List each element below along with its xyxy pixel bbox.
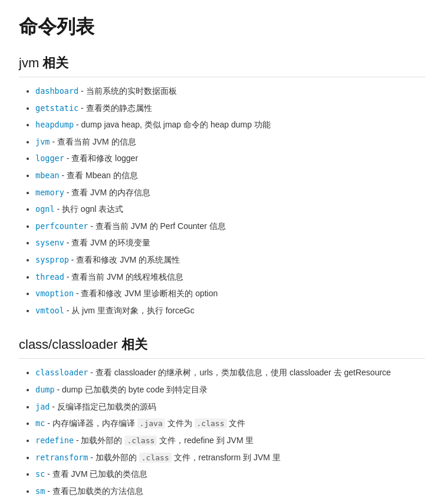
command-separator: - xyxy=(78,86,85,96)
command-separator: - xyxy=(50,402,57,411)
command-separator: - xyxy=(60,171,67,180)
list-item: logger - 查看和修改 logger xyxy=(35,152,425,165)
command-link-ognl[interactable]: ognl xyxy=(35,204,55,214)
list-item: vmoption - 查看和修改 JVM 里诊断相关的 option xyxy=(35,287,425,300)
command-link-getstatic[interactable]: getstatic xyxy=(35,103,78,113)
command-list-class-classloader: classloader - 查看 classloader 的继承树，urls，类… xyxy=(19,366,425,498)
command-link-dump[interactable]: dump xyxy=(35,385,55,394)
inline-code: .java xyxy=(137,418,165,428)
command-separator: - xyxy=(88,221,95,231)
command-separator: - xyxy=(88,453,95,462)
inline-code: .class xyxy=(124,436,157,446)
command-desc: 查看当前 JVM 的信息 xyxy=(57,137,136,146)
command-separator: - xyxy=(64,306,71,315)
command-desc: 查看 classloader 的继承树，urls，类加载信息，使用 classl… xyxy=(96,368,391,377)
command-desc: 查看当前 JVM 的 Perf Counter 信息 xyxy=(96,221,226,231)
command-desc: 查看类的静态属性 xyxy=(86,103,152,113)
list-item: ognl - 执行 ognl 表达式 xyxy=(35,202,425,216)
list-item: getstatic - 查看类的静态属性 xyxy=(35,102,425,115)
command-link-redefine[interactable]: redefine xyxy=(35,436,74,445)
command-desc: 执行 ognl 表达式 xyxy=(62,204,123,214)
list-item: thread - 查看当前 JVM 的线程堆栈信息 xyxy=(35,270,425,284)
command-list-jvm: dashboard - 当前系统的实时数据面板getstatic - 查看类的静… xyxy=(19,84,425,317)
section-heading-jvm: jvm 相关 xyxy=(19,54,425,77)
command-link-retransform[interactable]: retransform xyxy=(35,453,88,462)
list-item: jvm - 查看当前 JVM 的信息 xyxy=(35,135,425,149)
command-link-sysenv[interactable]: sysenv xyxy=(35,238,64,247)
list-item: sm - 查看已加载类的方法信息 xyxy=(35,485,425,498)
list-item: redefine - 加载外部的 .class 文件，redefine 到 JV… xyxy=(35,434,425,447)
command-separator: - xyxy=(74,120,81,129)
list-item: mc - 内存编译器，内存编译 .java 文件为 .class 文件 xyxy=(35,417,425,430)
command-link-perfcounter[interactable]: perfcounter xyxy=(35,221,88,231)
command-desc: dump 已加载类的 byte code 到特定目录 xyxy=(62,385,208,394)
command-separator: - xyxy=(74,289,81,298)
command-desc: 查看和修改 JVM 的系统属性 xyxy=(76,255,180,264)
section-jvm: jvm 相关dashboard - 当前系统的实时数据面板getstatic -… xyxy=(19,54,425,317)
command-link-jvm[interactable]: jvm xyxy=(35,137,50,146)
command-desc: dump java heap, 类似 jmap 命令的 heap dump 功能 xyxy=(81,120,270,129)
command-desc: 查看 JVM 的环境变量 xyxy=(71,238,150,247)
command-link-thread[interactable]: thread xyxy=(35,272,64,282)
list-item: mbean - 查看 Mbean 的信息 xyxy=(35,169,425,182)
command-desc: 查看 Mbean 的信息 xyxy=(67,171,138,180)
list-item: perfcounter - 查看当前 JVM 的 Perf Counter 信息 xyxy=(35,220,425,233)
command-link-sc[interactable]: sc xyxy=(35,469,45,479)
command-link-heapdump[interactable]: heapdump xyxy=(35,120,74,129)
command-link-mbean[interactable]: mbean xyxy=(35,171,60,180)
command-link-classloader[interactable]: classloader xyxy=(35,368,88,377)
list-item: heapdump - dump java heap, 类似 jmap 命令的 h… xyxy=(35,118,425,132)
command-separator: - xyxy=(74,436,81,445)
inline-code: .class xyxy=(139,453,172,463)
section-class-classloader: class/classloader 相关classloader - 查看 cla… xyxy=(19,336,425,498)
list-item: sysenv - 查看 JVM 的环境变量 xyxy=(35,236,425,250)
command-link-vmoption[interactable]: vmoption xyxy=(35,289,74,298)
command-separator: - xyxy=(55,204,62,214)
command-link-sm[interactable]: sm xyxy=(35,486,45,496)
command-separator: - xyxy=(88,368,95,377)
list-item: vmtool - 从 jvm 里查询对象，执行 forceGc xyxy=(35,304,425,318)
list-item: dump - dump 已加载类的 byte code 到特定目录 xyxy=(35,383,425,397)
command-separator: - xyxy=(50,137,57,146)
list-item: sc - 查看 JVM 已加载的类信息 xyxy=(35,467,425,481)
command-separator: - xyxy=(78,103,85,113)
command-separator: - xyxy=(45,469,52,479)
command-link-sysprop[interactable]: sysprop xyxy=(35,255,69,264)
command-desc: 查看 JVM 已加载的类信息 xyxy=(52,469,148,479)
list-item: dashboard - 当前系统的实时数据面板 xyxy=(35,84,425,98)
section-label: 相关 xyxy=(121,337,147,352)
list-item: memory - 查看 JVM 的内存信息 xyxy=(35,186,425,199)
command-link-dashboard[interactable]: dashboard xyxy=(35,86,78,96)
command-link-logger[interactable]: logger xyxy=(35,153,64,163)
list-item: classloader - 查看 classloader 的继承树，urls，类… xyxy=(35,366,425,379)
command-separator: - xyxy=(64,238,71,247)
command-desc: 查看和修改 logger xyxy=(71,153,138,163)
command-desc: 查看当前 JVM 的线程堆栈信息 xyxy=(71,272,183,282)
inline-code: .class xyxy=(195,418,227,428)
command-separator: - xyxy=(55,385,62,394)
list-item: jad - 反编译指定已加载类的源码 xyxy=(35,400,425,414)
command-separator: - xyxy=(45,418,52,428)
page-title: 命令列表 xyxy=(19,14,425,40)
command-separator: - xyxy=(69,255,76,264)
command-desc: 查看 JVM 的内存信息 xyxy=(71,188,150,197)
command-desc: 从 jvm 里查询对象，执行 forceGc xyxy=(71,306,194,315)
command-separator: - xyxy=(45,486,52,496)
section-keyword: class/classloader xyxy=(19,337,121,352)
command-link-mc[interactable]: mc xyxy=(35,418,45,428)
command-desc: 查看已加载类的方法信息 xyxy=(52,486,143,496)
list-item: retransform - 加载外部的 .class 文件，retransfor… xyxy=(35,451,425,464)
command-link-vmtool[interactable]: vmtool xyxy=(35,306,64,315)
list-item: sysprop - 查看和修改 JVM 的系统属性 xyxy=(35,253,425,267)
command-separator: - xyxy=(64,188,71,197)
command-separator: - xyxy=(64,272,71,282)
command-desc: 反编译指定已加载类的源码 xyxy=(57,402,156,411)
command-link-memory[interactable]: memory xyxy=(35,188,64,197)
command-desc: 查看和修改 JVM 里诊断相关的 option xyxy=(81,289,218,298)
command-link-jad[interactable]: jad xyxy=(35,402,50,411)
section-keyword: jvm xyxy=(19,55,42,70)
command-separator: - xyxy=(64,153,71,163)
section-heading-class-classloader: class/classloader 相关 xyxy=(19,336,425,359)
section-label: 相关 xyxy=(42,55,68,70)
command-desc: 当前系统的实时数据面板 xyxy=(86,86,177,96)
